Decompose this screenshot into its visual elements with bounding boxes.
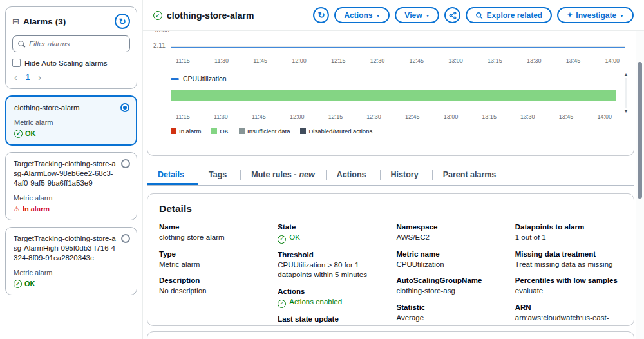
time-tick: 11:15: [176, 113, 190, 120]
tab[interactable]: Mute rules - new: [240, 164, 325, 185]
sidebar-refresh-button[interactable]: ↻: [115, 14, 130, 29]
state-legend-item: OK: [211, 128, 229, 135]
explore-icon: [475, 12, 483, 19]
hide-autoscaling-checkbox[interactable]: [12, 59, 21, 67]
alarm-state-label: OK: [25, 130, 36, 137]
share-button[interactable]: [444, 7, 460, 23]
actions-label: Actions: [344, 11, 372, 20]
main-content: ✓ clothing-store-alarm ↻ Actions ▼ View …: [143, 0, 644, 339]
alarm-card[interactable]: clothing-store-alarm Metric alarm OK: [5, 95, 137, 146]
alarm-name: clothing-store-alarm: [14, 103, 128, 113]
time-tick: 12:45: [410, 57, 424, 64]
alarm-state-label: OK: [24, 280, 35, 287]
alarm-card[interactable]: TargetTracking-clothing-store-asg-AlarmL…: [5, 152, 137, 220]
time-tick: 13:15: [488, 57, 502, 64]
detail-value: Metric alarm: [159, 260, 266, 270]
scroll-up-icon[interactable]: ▲: [624, 72, 629, 77]
state-legend-item: Disabled/Muted actions: [300, 128, 372, 135]
view-label: View: [404, 11, 422, 20]
detail-label: Last state update: [278, 315, 384, 323]
alarms-title-text: Alarms: [23, 17, 53, 26]
tab[interactable]: Details: [147, 164, 198, 185]
detail-label: Type: [159, 250, 266, 258]
time-tick: 11:45: [252, 113, 266, 120]
detail-label: Actions: [278, 287, 384, 295]
state-legend-swatch: [239, 128, 245, 134]
hide-autoscaling-label: Hide Auto Scaling alarms: [24, 59, 107, 67]
series-legend-cpuutilization[interactable]: CPUUtilization: [171, 75, 227, 82]
time-tick: 11:30: [214, 113, 228, 120]
investigate-dropdown-button[interactable]: ✦ Investigate ▼: [557, 7, 634, 23]
tab-label-suffix: new: [299, 170, 314, 179]
time-tick: 14:00: [597, 113, 612, 120]
detail-value: OK: [278, 233, 384, 244]
alarm-state-badge: OK: [14, 130, 128, 138]
alarm-select-radio[interactable]: [121, 159, 130, 168]
time-tick: 13:15: [482, 113, 497, 120]
caret-down-icon: ▼: [375, 14, 380, 18]
detail-value: Actions enabled: [278, 297, 384, 308]
page-scrollbar[interactable]: ▲: [636, 24, 644, 339]
state-legend-label: OK: [220, 128, 229, 135]
investigate-label: Investigate: [576, 11, 616, 20]
detail-label: Description: [159, 276, 266, 284]
tab-label: Parent alarms: [443, 170, 497, 179]
alarms-sidebar: ⊟ Alarms (3) ↻ Hide Auto Scaling alarms …: [0, 0, 143, 339]
explore-related-button[interactable]: Explore related: [466, 7, 552, 23]
time-tick: 13:00: [444, 113, 459, 120]
alarm-type: Metric alarm: [14, 194, 129, 202]
tab[interactable]: Tags: [198, 164, 240, 185]
detail-field: Threshold CPUUtilization > 80 for 1 data…: [278, 251, 384, 280]
scroll-down-icon[interactable]: ▼: [624, 109, 629, 113]
time-tick: 11:15: [176, 57, 190, 64]
alarm-select-radio[interactable]: [121, 234, 130, 243]
alarm-name: TargetTracking-clothing-store-asg-AlarmH…: [14, 234, 129, 263]
time-tick: 12:45: [405, 113, 420, 120]
actions-dropdown-button[interactable]: Actions ▼: [334, 7, 390, 23]
tab[interactable]: History: [380, 164, 432, 185]
time-tick: 11:45: [253, 57, 267, 64]
alarms-count: (3): [55, 17, 66, 26]
pagination-current-page[interactable]: 1: [26, 73, 30, 82]
tab[interactable]: Parent alarms: [432, 164, 510, 185]
hide-autoscaling-row: Hide Auto Scaling alarms: [12, 59, 130, 67]
tab-label: Details: [158, 170, 184, 179]
alarm-state-legend: In alarm OK Insufficient data Di: [171, 128, 372, 135]
detail-value: No description: [159, 286, 266, 296]
time-tick: 12:15: [331, 57, 346, 64]
alarm-card-list: clothing-store-alarm Metric alarm OK Tar…: [5, 95, 137, 295]
filter-alarms-input[interactable]: [29, 40, 125, 48]
refresh-button[interactable]: ↻: [313, 7, 329, 23]
metric-chart-x-axis: [171, 55, 625, 55]
scrollbar-thumb[interactable]: [638, 62, 642, 199]
detail-value: clothing-store-asg: [397, 286, 504, 296]
state-chart-time-ticks: 11:1511:3011:4512:0012:1512:3012:4513:00…: [176, 113, 612, 120]
pagination-prev-button[interactable]: ‹: [14, 73, 17, 82]
alarm-card[interactable]: TargetTracking-clothing-store-asg-AlarmH…: [5, 227, 137, 295]
detail-value: 1 out of 1: [515, 233, 622, 243]
investigate-icon: ✦: [567, 11, 573, 19]
ok-status-icon: ✓: [153, 11, 162, 20]
metric-chart-time-ticks: 11:1511:3011:4512:0012:1512:3012:4513:00…: [176, 57, 620, 64]
details-column-4: Datapoints to alarm 1 out of 1 Missing d…: [515, 223, 622, 326]
cloudwatch-alarms-page: ⊟ Alarms (3) ↻ Hide Auto Scaling alarms …: [0, 0, 644, 339]
title-group: ✓ clothing-store-alarm: [153, 10, 254, 21]
tab[interactable]: Actions: [326, 164, 380, 185]
details-panel: Details Name clothing-store-alarm Type M…: [147, 193, 634, 326]
alarm-state-badge: In alarm: [14, 205, 129, 213]
caret-down-icon: ▼: [620, 14, 624, 18]
detail-field: ARN arn:aws:cloudwatch:us-east-1:8486854…: [515, 304, 622, 326]
time-tick: 12:30: [366, 113, 381, 120]
detail-field: Statistic Average: [397, 304, 504, 324]
tab-label: Tags: [209, 170, 227, 179]
view-dropdown-button[interactable]: View ▼: [395, 7, 439, 23]
timeline-mini-scrollbar[interactable]: ▲ ▼: [623, 72, 629, 113]
collapse-panel-icon[interactable]: ⊟: [12, 17, 19, 26]
pagination-next-button[interactable]: ›: [38, 73, 41, 82]
tab-label: Mute rules -: [251, 170, 296, 179]
detail-value: 2026-03-01 02:03:28 (UTC): [278, 325, 384, 326]
detail-field: Description No description: [159, 276, 266, 296]
detail-field: State OK: [278, 223, 384, 244]
alarm-select-radio[interactable]: [120, 103, 129, 112]
alarm-detail-header: ✓ clothing-store-alarm ↻ Actions ▼ View …: [143, 0, 644, 31]
